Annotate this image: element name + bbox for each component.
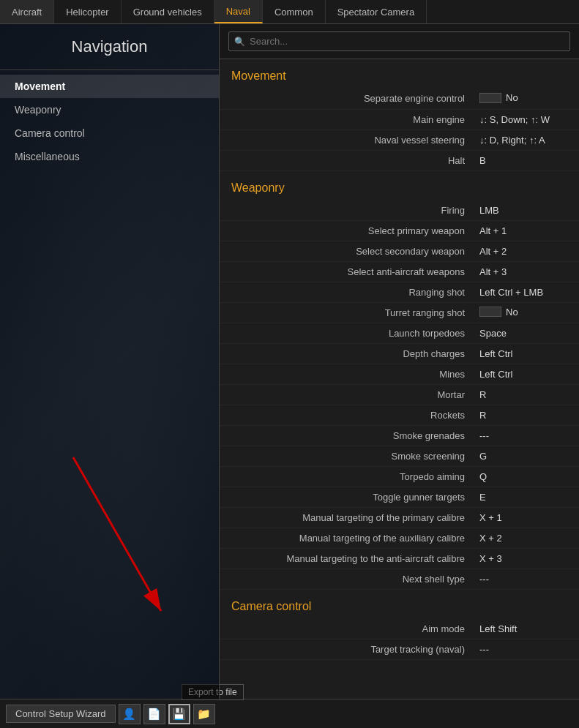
person-icon: 👤 xyxy=(122,708,136,721)
folder-icon: 📁 xyxy=(197,708,211,721)
binding-aim-mode[interactable]: Aim mode Left Shift xyxy=(220,619,579,639)
save-icon: 💾 xyxy=(172,708,186,721)
binding-mines[interactable]: Mines Left Ctrl xyxy=(220,364,579,385)
binding-separate-engine-control[interactable]: Separate engine control No xyxy=(220,89,579,110)
binding-select-aa[interactable]: Select anti-aircraft weapons Alt + 3 xyxy=(220,262,579,282)
tab-common[interactable]: Common xyxy=(263,0,326,23)
tab-naval[interactable]: Naval xyxy=(214,0,263,23)
save-icon-button[interactable]: 💾 xyxy=(168,704,190,724)
binding-target-tracking[interactable]: Target tracking (naval) --- xyxy=(220,639,579,660)
sidebar-item-weaponry[interactable]: Weaponry xyxy=(0,98,219,121)
binding-main-engine[interactable]: Main engine ↓: S, Down; ↑: W xyxy=(220,110,579,130)
binding-select-secondary[interactable]: Select secondary weapon Alt + 2 xyxy=(220,241,579,262)
binding-ranging-shot[interactable]: Ranging shot Left Ctrl + LMB xyxy=(220,282,579,303)
tab-aircraft[interactable]: Aircraft xyxy=(0,0,54,23)
binding-mortar[interactable]: Mortar R xyxy=(220,385,579,405)
binding-select-primary[interactable]: Select primary weapon Alt + 1 xyxy=(220,221,579,241)
main-layout: Navigation Movement Weaponry Camera cont… xyxy=(0,24,579,699)
content-area[interactable]: 🔍 Movement Separate engine control No Ma… xyxy=(220,24,579,699)
binding-smoke-grenades[interactable]: Smoke grenades --- xyxy=(220,426,579,446)
tab-ground-vehicles[interactable]: Ground vehicles xyxy=(122,0,214,23)
binding-smoke-screening[interactable]: Smoke screening G xyxy=(220,446,579,467)
tab-spectator-camera[interactable]: Spectator Camera xyxy=(326,0,427,23)
binding-torpedo-aiming[interactable]: Torpedo aiming Q xyxy=(220,467,579,487)
profile-icon-button[interactable]: 👤 xyxy=(119,704,141,724)
sidebar-nav: Movement Weaponry Camera control Miscell… xyxy=(0,70,219,173)
binding-manual-auxiliary[interactable]: Manual targeting of the auxiliary calibr… xyxy=(220,528,579,549)
svg-line-1 xyxy=(73,457,161,611)
import-icon-button[interactable]: 📁 xyxy=(193,704,215,724)
binding-manual-primary[interactable]: Manual targeting of the primary calibre … xyxy=(220,508,579,528)
new-file-icon-button[interactable]: 📄 xyxy=(143,704,165,724)
sidebar-item-camera-control[interactable]: Camera control xyxy=(0,121,219,145)
binding-turret-ranging[interactable]: Turret ranging shot No xyxy=(220,303,579,324)
control-setup-wizard-button[interactable]: Control Setup Wizard xyxy=(6,705,116,723)
toggle-turret-ranging[interactable] xyxy=(479,307,501,317)
sidebar: Navigation Movement Weaponry Camera cont… xyxy=(0,24,220,699)
file-icon: 📄 xyxy=(147,708,161,721)
binding-gunner-targets[interactable]: Toggle gunner targets E xyxy=(220,487,579,508)
sidebar-item-movement[interactable]: Movement xyxy=(0,75,219,98)
section-weaponry: Weaponry xyxy=(220,171,579,200)
binding-next-shell[interactable]: Next shell type --- xyxy=(220,569,579,590)
search-wrapper: 🔍 xyxy=(228,31,570,51)
tab-bar: Aircraft Helicopter Ground vehicles Nava… xyxy=(0,0,579,24)
search-input[interactable] xyxy=(228,31,570,51)
binding-rockets[interactable]: Rockets R xyxy=(220,405,579,426)
section-camera-control: Camera control xyxy=(220,590,579,619)
binding-halt[interactable]: Halt B xyxy=(220,151,579,171)
tab-helicopter[interactable]: Helicopter xyxy=(54,0,122,23)
toggle-separate-engine[interactable] xyxy=(479,93,501,103)
search-bar: 🔍 xyxy=(220,24,579,59)
binding-torpedoes[interactable]: Launch torpedoes Space xyxy=(220,323,579,344)
binding-manual-aa-calibre[interactable]: Manual targeting to the anti-aircraft ca… xyxy=(220,549,579,569)
arrow-indicator xyxy=(29,435,190,655)
search-icon: 🔍 xyxy=(234,37,245,47)
sidebar-item-miscellaneous[interactable]: Miscellaneous xyxy=(0,145,219,168)
section-movement: Movement xyxy=(220,59,579,89)
binding-depth-charges[interactable]: Depth charges Left Ctrl xyxy=(220,344,579,364)
binding-naval-steering[interactable]: Naval vessel steering ↓: D, Right; ↑: A xyxy=(220,130,579,151)
bottom-bar: Control Setup Wizard 👤 📄 💾 📁 Export to f… xyxy=(0,699,579,728)
binding-firing[interactable]: Firing LMB xyxy=(220,200,579,221)
sidebar-title: Navigation xyxy=(0,24,219,70)
